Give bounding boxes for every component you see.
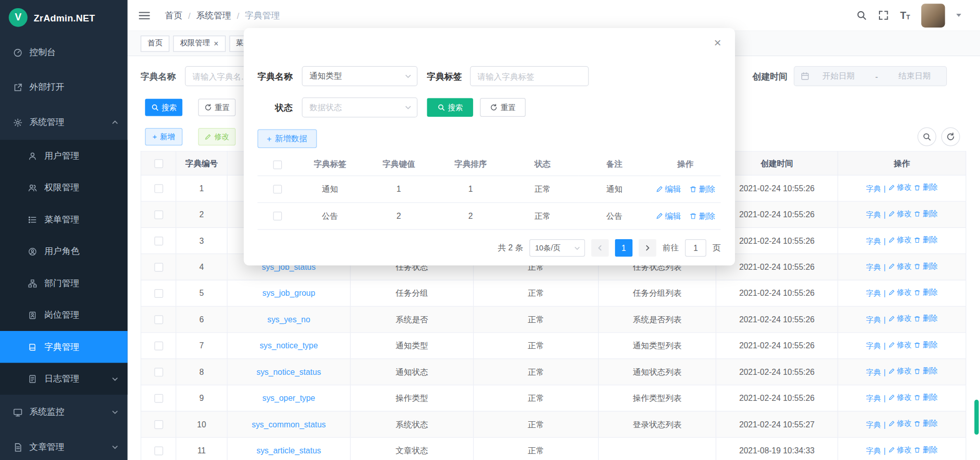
row-checkbox[interactable] bbox=[154, 211, 163, 219]
op-edit-link[interactable]: 修改 bbox=[888, 314, 912, 324]
op-delete-link[interactable]: 删除 bbox=[914, 340, 938, 350]
op-delete-link[interactable]: 删除 bbox=[914, 314, 938, 324]
reset-button[interactable]: 重置 bbox=[198, 98, 235, 116]
op-edit-link[interactable]: 修改 bbox=[888, 366, 912, 377]
caret-down-icon[interactable] bbox=[956, 14, 961, 17]
row-checkbox[interactable] bbox=[154, 447, 163, 455]
op-delete-link[interactable]: 删除 bbox=[914, 418, 938, 429]
sidebar-item-log-mgmt[interactable]: 日志管理 bbox=[0, 363, 128, 394]
op-edit-link[interactable]: 修改 bbox=[888, 418, 912, 429]
sidebar-item-article[interactable]: 文章管理 bbox=[0, 429, 128, 460]
op-edit-link[interactable]: 修改 bbox=[888, 261, 912, 272]
op-dict-link[interactable]: 字典 bbox=[866, 262, 881, 273]
refresh-button[interactable] bbox=[941, 127, 960, 146]
search-button[interactable]: 搜索 bbox=[145, 98, 182, 116]
sidebar-item-permission-mgmt[interactable]: 权限管理 bbox=[0, 172, 128, 203]
add-data-button[interactable]: + 新增数据 bbox=[257, 129, 316, 148]
op-delete-link[interactable]: 删除 bbox=[690, 183, 715, 194]
op-dict-link[interactable]: 字典 bbox=[866, 341, 881, 352]
op-dict-link[interactable]: 字典 bbox=[866, 315, 881, 325]
row-checkbox[interactable] bbox=[154, 342, 163, 350]
row-checkbox[interactable] bbox=[154, 185, 163, 193]
fullscreen-icon[interactable] bbox=[878, 10, 889, 21]
row-checkbox[interactable] bbox=[154, 237, 163, 245]
dict-type-link[interactable]: sys_notice_status bbox=[256, 367, 321, 376]
op-edit-link[interactable]: 修改 bbox=[888, 445, 912, 455]
row-checkbox[interactable] bbox=[154, 289, 163, 298]
op-delete-link[interactable]: 删除 bbox=[914, 366, 938, 377]
sidebar-item-dict-mgmt[interactable]: 字典管理 bbox=[0, 331, 128, 363]
op-edit-link[interactable]: 修改 bbox=[888, 392, 912, 403]
hamburger-icon[interactable] bbox=[139, 10, 150, 20]
user-avatar[interactable] bbox=[921, 4, 945, 28]
dialog-reset-button[interactable]: 重置 bbox=[480, 98, 525, 117]
row-checkbox[interactable] bbox=[273, 212, 282, 220]
edit-button[interactable]: 修改 bbox=[198, 128, 235, 145]
goto-page-input[interactable] bbox=[685, 239, 706, 257]
op-dict-link[interactable]: 字典 bbox=[866, 420, 881, 430]
op-edit-link[interactable]: 修改 bbox=[888, 209, 912, 219]
dict-type-link[interactable]: sys_oper_type bbox=[262, 393, 315, 402]
close-icon[interactable]: × bbox=[214, 39, 218, 47]
page-number-button[interactable]: 1 bbox=[615, 239, 632, 257]
op-dict-link[interactable]: 字典 bbox=[866, 210, 881, 220]
op-delete-link[interactable]: 删除 bbox=[690, 210, 715, 221]
op-edit-link[interactable]: 修改 bbox=[888, 287, 912, 298]
dialog-status-select[interactable]: 数据状态 bbox=[302, 97, 418, 117]
create-time-range-picker[interactable]: 开始日期 - 结束日期 bbox=[794, 66, 947, 86]
page-size-select[interactable]: 10条/页 bbox=[529, 239, 585, 257]
op-edit-link[interactable]: 编辑 bbox=[655, 210, 681, 221]
add-button[interactable]: + 新增 bbox=[145, 128, 182, 145]
row-checkbox[interactable] bbox=[273, 185, 282, 194]
op-dict-link[interactable]: 字典 bbox=[866, 184, 881, 194]
op-delete-link[interactable]: 删除 bbox=[914, 183, 938, 193]
row-checkbox[interactable] bbox=[154, 368, 163, 377]
app-logo[interactable]: V ZrAdmin.NET bbox=[0, 0, 128, 35]
op-dict-link[interactable]: 字典 bbox=[866, 446, 881, 456]
op-dict-link[interactable]: 字典 bbox=[866, 393, 881, 404]
op-delete-link[interactable]: 删除 bbox=[914, 235, 938, 245]
sidebar-item-console[interactable]: 控制台 bbox=[0, 35, 128, 70]
dict-type-link[interactable]: sys_job_group bbox=[262, 289, 315, 298]
row-checkbox[interactable] bbox=[154, 316, 163, 324]
prev-page-button[interactable] bbox=[591, 239, 608, 257]
dialog-search-button[interactable]: 搜索 bbox=[427, 98, 473, 117]
op-dict-link[interactable]: 字典 bbox=[866, 289, 881, 299]
dict-type-link[interactable]: sys_notice_type bbox=[260, 341, 318, 350]
sidebar-item-menu-mgmt[interactable]: 菜单管理 bbox=[0, 203, 128, 235]
op-delete-link[interactable]: 删除 bbox=[914, 261, 938, 272]
sidebar-item-post-mgmt[interactable]: 岗位管理 bbox=[0, 299, 128, 331]
select-all-checkbox[interactable] bbox=[154, 160, 163, 168]
sidebar-item-user-role[interactable]: 用户角色 bbox=[0, 236, 128, 267]
next-page-button[interactable] bbox=[639, 239, 656, 257]
sidebar-item-monitor[interactable]: 系统监控 bbox=[0, 395, 128, 430]
dict-type-link[interactable]: sys_common_status bbox=[252, 420, 326, 429]
op-edit-link[interactable]: 修改 bbox=[888, 340, 912, 350]
row-checkbox[interactable] bbox=[154, 420, 163, 429]
toggle-search-button[interactable] bbox=[918, 127, 937, 146]
sidebar-item-user-mgmt[interactable]: 用户管理 bbox=[0, 140, 128, 171]
breadcrumb-system[interactable]: 系统管理 bbox=[196, 10, 231, 21]
tab-home[interactable]: 首页 bbox=[141, 35, 169, 52]
sidebar-item-system[interactable]: 系统管理 bbox=[0, 105, 128, 140]
op-delete-link[interactable]: 删除 bbox=[914, 209, 938, 219]
op-delete-link[interactable]: 删除 bbox=[914, 392, 938, 403]
op-delete-link[interactable]: 删除 bbox=[914, 287, 938, 298]
row-checkbox[interactable] bbox=[154, 263, 163, 272]
dict-type-link[interactable]: sys_article_status bbox=[256, 446, 321, 455]
breadcrumb-home[interactable]: 首页 bbox=[165, 10, 182, 21]
scrollbar-thumb[interactable] bbox=[974, 400, 979, 435]
op-dict-link[interactable]: 字典 bbox=[866, 236, 881, 247]
search-icon[interactable] bbox=[856, 10, 867, 21]
op-edit-link[interactable]: 编辑 bbox=[655, 183, 681, 194]
sidebar-item-dept-mgmt[interactable]: 部门管理 bbox=[0, 267, 128, 299]
font-size-icon[interactable]: TT bbox=[900, 10, 910, 20]
dialog-dict-name-select[interactable]: 通知类型 bbox=[302, 66, 418, 86]
dialog-dict-label-input[interactable] bbox=[470, 66, 589, 86]
op-dict-link[interactable]: 字典 bbox=[866, 367, 881, 378]
select-all-checkbox[interactable] bbox=[273, 160, 282, 169]
dict-type-link[interactable]: sys_yes_no bbox=[267, 315, 310, 324]
op-edit-link[interactable]: 修改 bbox=[888, 183, 912, 193]
sidebar-item-external[interactable]: 外部打开 bbox=[0, 70, 128, 105]
tab-permission[interactable]: 权限管理 × bbox=[173, 35, 225, 52]
